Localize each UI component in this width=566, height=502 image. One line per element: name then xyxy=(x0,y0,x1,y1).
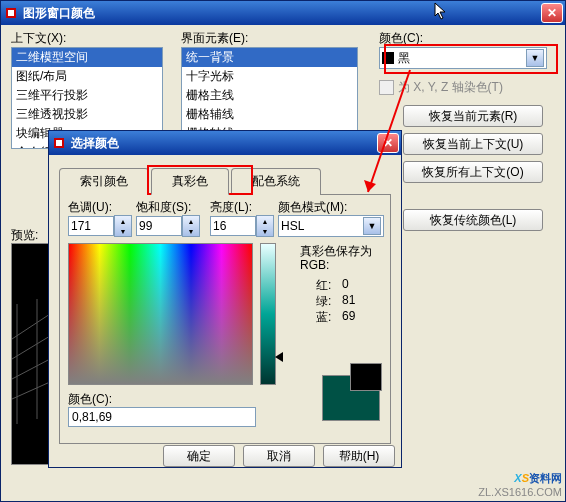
lum-spinner[interactable]: ▲▼ xyxy=(210,215,274,237)
color-gradient[interactable] xyxy=(68,243,253,385)
colorfield-label: 颜色(C): xyxy=(68,391,112,408)
mode-value: HSL xyxy=(281,219,363,233)
main-titlebar: 图形窗口颜色 ✕ xyxy=(1,1,565,25)
color-swatch-icon xyxy=(382,52,394,64)
svg-rect-1 xyxy=(8,10,14,16)
tab-panel: 色调(U): ▲▼ 饱和度(S): ▲▼ 亮度(L): ▲▼ 颜色模式(M): … xyxy=(59,195,391,444)
r-value: 0 xyxy=(342,277,349,291)
tab-index-color[interactable]: 索引颜色 xyxy=(59,168,149,195)
list-item[interactable]: 三维平行投影 xyxy=(12,86,162,105)
luminance-strip[interactable] xyxy=(260,243,276,385)
color-value: 黑 xyxy=(398,50,526,67)
hue-label: 色调(U): xyxy=(68,199,112,216)
checkbox-icon xyxy=(379,80,394,95)
spinner-buttons[interactable]: ▲▼ xyxy=(114,215,132,237)
color-close-button[interactable]: ✕ xyxy=(377,133,399,153)
list-item[interactable]: 统一背景 xyxy=(182,48,357,67)
list-item[interactable]: 十字光标 xyxy=(182,67,357,86)
spinner-buttons[interactable]: ▲▼ xyxy=(182,215,200,237)
svg-line-5 xyxy=(12,382,50,399)
color-combo[interactable]: 黑 ▼ xyxy=(379,47,547,69)
main-close-button[interactable]: ✕ xyxy=(541,3,563,23)
luminance-marker[interactable] xyxy=(275,352,283,362)
elements-label: 界面元素(E): xyxy=(181,30,248,47)
lum-label: 亮度(L): xyxy=(210,199,252,216)
color-dialog: 选择颜色 ✕ 索引颜色 真彩色 配色系统 色调(U): ▲▼ 饱和度(S): ▲… xyxy=(48,130,402,468)
restore-element-button[interactable]: 恢复当前元素(R) xyxy=(403,105,543,127)
color-title: 选择颜色 xyxy=(71,135,373,152)
sat-spinner[interactable]: ▲▼ xyxy=(136,215,200,237)
color-input[interactable] xyxy=(68,407,256,427)
color-label: 颜色(C): xyxy=(379,30,423,47)
spinner-buttons[interactable]: ▲▼ xyxy=(256,215,274,237)
mode-label: 颜色模式(M): xyxy=(278,199,347,216)
main-title: 图形窗口颜色 xyxy=(23,5,537,22)
b-value: 69 xyxy=(342,309,355,323)
lum-input[interactable] xyxy=(210,216,256,236)
tint-checkbox[interactable]: 为 X, Y, Z 轴染色(T) xyxy=(379,79,503,96)
g-value: 81 xyxy=(342,293,355,307)
list-item[interactable]: 栅格辅线 xyxy=(182,105,357,124)
preview-label: 预览: xyxy=(11,227,38,244)
hue-input[interactable] xyxy=(68,216,114,236)
ok-button[interactable]: 确定 xyxy=(163,445,235,467)
r-label: 红: xyxy=(316,277,331,294)
watermark: XS资料网 ZL.XS1616.COM xyxy=(478,471,562,498)
list-item[interactable]: 栅格主线 xyxy=(182,86,357,105)
app-icon xyxy=(3,5,19,21)
old-color-swatch xyxy=(350,363,382,391)
mode-combo[interactable]: HSL ▼ xyxy=(278,215,384,237)
restore-classic-button[interactable]: 恢复传统颜色(L) xyxy=(403,209,543,231)
preview-area xyxy=(11,243,51,465)
help-button[interactable]: 帮助(H) xyxy=(323,445,395,467)
color-tabs: 索引颜色 真彩色 配色系统 xyxy=(59,167,391,195)
list-item[interactable]: 二维模型空间 xyxy=(12,48,162,67)
sat-label: 饱和度(S): xyxy=(136,199,191,216)
list-item[interactable]: 图纸/布局 xyxy=(12,67,162,86)
svg-line-3 xyxy=(12,336,50,359)
restore-context-button[interactable]: 恢复当前上下文(U) xyxy=(403,133,543,155)
context-label: 上下文(X): xyxy=(11,30,66,47)
cancel-button[interactable]: 取消 xyxy=(243,445,315,467)
tint-label: 为 X, Y, Z 轴染色(T) xyxy=(398,79,503,96)
g-label: 绿: xyxy=(316,293,331,310)
chevron-down-icon[interactable]: ▼ xyxy=(363,217,381,235)
svg-rect-9 xyxy=(56,140,62,146)
svg-line-4 xyxy=(12,359,50,379)
chevron-down-icon[interactable]: ▼ xyxy=(526,49,544,67)
list-item[interactable]: 三维透视投影 xyxy=(12,105,162,124)
hue-spinner[interactable]: ▲▼ xyxy=(68,215,132,237)
sat-input[interactable] xyxy=(136,216,182,236)
color-titlebar: 选择颜色 ✕ xyxy=(49,131,401,155)
app-icon xyxy=(51,135,67,151)
restore-all-contexts-button[interactable]: 恢复所有上下文(O) xyxy=(403,161,543,183)
tab-true-color[interactable]: 真彩色 xyxy=(151,168,229,195)
tab-color-book[interactable]: 配色系统 xyxy=(231,168,321,195)
savefmt-label: RGB: xyxy=(300,258,329,272)
svg-line-2 xyxy=(12,314,50,339)
b-label: 蓝: xyxy=(316,309,331,326)
